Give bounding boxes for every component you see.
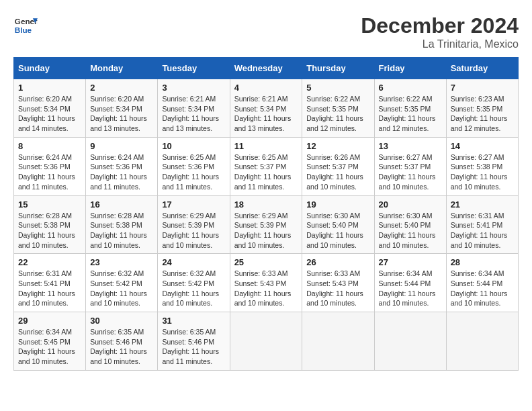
day-detail: Sunrise: 6:28 AMSunset: 5:38 PMDaylight:… xyxy=(90,211,153,250)
day-of-week-header: Monday xyxy=(86,58,158,79)
day-number: 24 xyxy=(162,257,225,267)
calendar-day-cell: 26 Sunrise: 6:33 AMSunset: 5:43 PMDaylig… xyxy=(302,254,374,312)
day-detail: Sunrise: 6:35 AMSunset: 5:46 PMDaylight:… xyxy=(90,327,153,367)
day-detail: Sunrise: 6:20 AMSunset: 5:34 PMDaylight:… xyxy=(18,94,81,134)
day-number: 17 xyxy=(162,199,225,210)
calendar-day-cell: 8 Sunrise: 6:24 AMSunset: 5:36 PMDayligh… xyxy=(14,137,86,195)
calendar-day-cell: 22 Sunrise: 6:31 AMSunset: 5:41 PMDaylig… xyxy=(14,254,86,312)
day-number: 22 xyxy=(18,257,81,267)
calendar-day-cell: 27 Sunrise: 6:34 AMSunset: 5:44 PMDaylig… xyxy=(374,254,446,312)
calendar-header-row: SundayMondayTuesdayWednesdayThursdayFrid… xyxy=(14,58,519,79)
calendar-day-cell: 31 Sunrise: 6:35 AMSunset: 5:46 PMDaylig… xyxy=(158,312,230,371)
calendar-day-cell: 19 Sunrise: 6:30 AMSunset: 5:40 PMDaylig… xyxy=(302,195,374,254)
day-number: 16 xyxy=(90,199,153,210)
calendar-day-cell xyxy=(302,312,374,371)
day-detail: Sunrise: 6:34 AMSunset: 5:44 PMDaylight:… xyxy=(379,269,442,308)
day-number: 11 xyxy=(234,141,298,151)
calendar-day-cell: 15 Sunrise: 6:28 AMSunset: 5:38 PMDaylig… xyxy=(14,195,86,254)
day-number: 26 xyxy=(306,257,369,267)
calendar-day-cell: 25 Sunrise: 6:33 AMSunset: 5:43 PMDaylig… xyxy=(230,254,302,312)
calendar-week-row: 1 Sunrise: 6:20 AMSunset: 5:34 PMDayligh… xyxy=(14,79,519,138)
day-detail: Sunrise: 6:25 AMSunset: 5:37 PMDaylight:… xyxy=(234,152,298,192)
day-detail: Sunrise: 6:31 AMSunset: 5:41 PMDaylight:… xyxy=(18,269,81,308)
logo: General Blue xyxy=(13,13,38,38)
day-number: 19 xyxy=(306,199,369,210)
day-detail: Sunrise: 6:24 AMSunset: 5:36 PMDaylight:… xyxy=(90,152,153,192)
calendar-day-cell: 28 Sunrise: 6:34 AMSunset: 5:44 PMDaylig… xyxy=(446,254,518,312)
day-of-week-header: Wednesday xyxy=(230,58,302,79)
calendar-day-cell: 10 Sunrise: 6:25 AMSunset: 5:36 PMDaylig… xyxy=(158,137,230,195)
day-number: 25 xyxy=(234,257,298,267)
day-number: 5 xyxy=(306,83,369,93)
day-number: 29 xyxy=(18,316,81,326)
day-of-week-header: Sunday xyxy=(14,58,86,79)
day-number: 30 xyxy=(90,316,153,326)
day-detail: Sunrise: 6:34 AMSunset: 5:44 PMDaylight:… xyxy=(451,269,514,308)
day-number: 28 xyxy=(451,257,514,267)
day-number: 21 xyxy=(451,199,514,210)
day-detail: Sunrise: 6:27 AMSunset: 5:37 PMDaylight:… xyxy=(379,152,442,192)
day-number: 2 xyxy=(90,83,153,93)
page-header: General Blue December 2024 La Trinitaria… xyxy=(13,13,519,50)
svg-text:General: General xyxy=(15,17,38,26)
calendar-day-cell: 3 Sunrise: 6:21 AMSunset: 5:34 PMDayligh… xyxy=(158,79,230,138)
day-detail: Sunrise: 6:32 AMSunset: 5:42 PMDaylight:… xyxy=(90,269,153,308)
day-detail: Sunrise: 6:31 AMSunset: 5:41 PMDaylight:… xyxy=(451,211,514,250)
day-detail: Sunrise: 6:32 AMSunset: 5:42 PMDaylight:… xyxy=(162,269,225,308)
calendar-day-cell: 29 Sunrise: 6:34 AMSunset: 5:45 PMDaylig… xyxy=(14,312,86,371)
calendar-day-cell: 30 Sunrise: 6:35 AMSunset: 5:46 PMDaylig… xyxy=(86,312,158,371)
day-detail: Sunrise: 6:24 AMSunset: 5:36 PMDaylight:… xyxy=(18,152,81,192)
calendar-day-cell: 21 Sunrise: 6:31 AMSunset: 5:41 PMDaylig… xyxy=(446,195,518,254)
calendar-day-cell: 13 Sunrise: 6:27 AMSunset: 5:37 PMDaylig… xyxy=(374,137,446,195)
day-detail: Sunrise: 6:29 AMSunset: 5:39 PMDaylight:… xyxy=(162,211,225,250)
calendar-day-cell xyxy=(374,312,446,371)
day-number: 6 xyxy=(379,83,442,93)
day-detail: Sunrise: 6:20 AMSunset: 5:34 PMDaylight:… xyxy=(90,94,153,134)
day-number: 23 xyxy=(90,257,153,267)
calendar-day-cell: 18 Sunrise: 6:29 AMSunset: 5:39 PMDaylig… xyxy=(230,195,302,254)
day-number: 13 xyxy=(379,141,442,151)
day-number: 12 xyxy=(306,141,369,151)
svg-text:Blue: Blue xyxy=(15,26,32,34)
title-block: December 2024 La Trinitaria, Mexico xyxy=(361,13,519,50)
day-detail: Sunrise: 6:21 AMSunset: 5:34 PMDaylight:… xyxy=(162,94,225,134)
calendar-day-cell: 14 Sunrise: 6:27 AMSunset: 5:38 PMDaylig… xyxy=(446,137,518,195)
calendar-day-cell: 11 Sunrise: 6:25 AMSunset: 5:37 PMDaylig… xyxy=(230,137,302,195)
day-of-week-header: Tuesday xyxy=(158,58,230,79)
logo-icon: General Blue xyxy=(13,13,38,38)
day-detail: Sunrise: 6:30 AMSunset: 5:40 PMDaylight:… xyxy=(379,211,442,250)
day-detail: Sunrise: 6:26 AMSunset: 5:37 PMDaylight:… xyxy=(306,152,369,192)
day-number: 31 xyxy=(162,316,225,326)
day-detail: Sunrise: 6:22 AMSunset: 5:35 PMDaylight:… xyxy=(379,94,442,134)
calendar-day-cell: 2 Sunrise: 6:20 AMSunset: 5:34 PMDayligh… xyxy=(86,79,158,138)
day-detail: Sunrise: 6:28 AMSunset: 5:38 PMDaylight:… xyxy=(18,211,81,250)
day-number: 18 xyxy=(234,199,298,210)
day-number: 7 xyxy=(451,83,514,93)
calendar-week-row: 8 Sunrise: 6:24 AMSunset: 5:36 PMDayligh… xyxy=(14,137,519,195)
day-detail: Sunrise: 6:33 AMSunset: 5:43 PMDaylight:… xyxy=(234,269,298,308)
day-detail: Sunrise: 6:23 AMSunset: 5:35 PMDaylight:… xyxy=(451,94,514,134)
day-number: 1 xyxy=(18,83,81,93)
calendar-day-cell: 4 Sunrise: 6:21 AMSunset: 5:34 PMDayligh… xyxy=(230,79,302,138)
calendar-day-cell: 7 Sunrise: 6:23 AMSunset: 5:35 PMDayligh… xyxy=(446,79,518,138)
day-number: 10 xyxy=(162,141,225,151)
day-detail: Sunrise: 6:21 AMSunset: 5:34 PMDaylight:… xyxy=(234,94,298,134)
calendar-day-cell: 17 Sunrise: 6:29 AMSunset: 5:39 PMDaylig… xyxy=(158,195,230,254)
calendar-day-cell: 1 Sunrise: 6:20 AMSunset: 5:34 PMDayligh… xyxy=(14,79,86,138)
calendar-week-row: 22 Sunrise: 6:31 AMSunset: 5:41 PMDaylig… xyxy=(14,254,519,312)
day-number: 15 xyxy=(18,199,81,210)
day-number: 3 xyxy=(162,83,225,93)
calendar-table: SundayMondayTuesdayWednesdayThursdayFrid… xyxy=(13,57,519,371)
calendar-day-cell: 6 Sunrise: 6:22 AMSunset: 5:35 PMDayligh… xyxy=(374,79,446,138)
page-title: December 2024 xyxy=(361,13,519,38)
day-detail: Sunrise: 6:30 AMSunset: 5:40 PMDaylight:… xyxy=(306,211,369,250)
day-number: 8 xyxy=(18,141,81,151)
day-detail: Sunrise: 6:27 AMSunset: 5:38 PMDaylight:… xyxy=(451,152,514,192)
calendar-day-cell: 24 Sunrise: 6:32 AMSunset: 5:42 PMDaylig… xyxy=(158,254,230,312)
calendar-day-cell xyxy=(230,312,302,371)
day-detail: Sunrise: 6:29 AMSunset: 5:39 PMDaylight:… xyxy=(234,211,298,250)
day-detail: Sunrise: 6:25 AMSunset: 5:36 PMDaylight:… xyxy=(162,152,225,192)
calendar-day-cell: 9 Sunrise: 6:24 AMSunset: 5:36 PMDayligh… xyxy=(86,137,158,195)
calendar-day-cell: 20 Sunrise: 6:30 AMSunset: 5:40 PMDaylig… xyxy=(374,195,446,254)
day-of-week-header: Friday xyxy=(374,58,446,79)
